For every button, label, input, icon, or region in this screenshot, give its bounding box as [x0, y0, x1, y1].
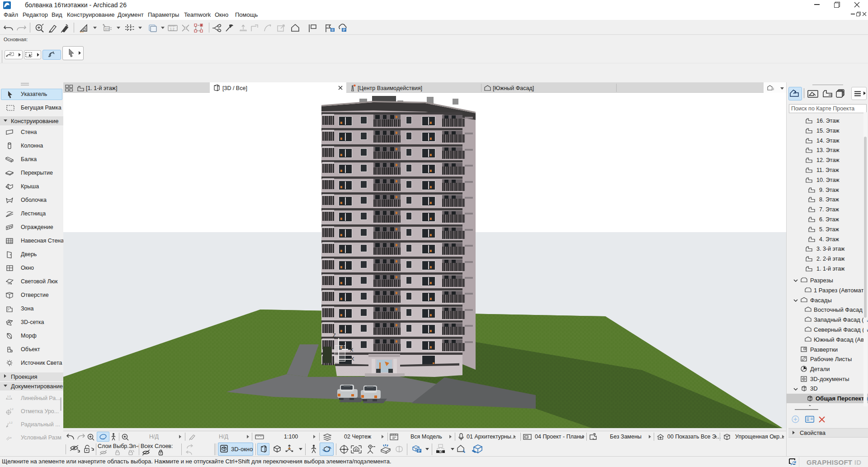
svg-text:1 2: 1 2 [170, 28, 175, 31]
svg-text:1.2: 1.2 [9, 421, 13, 424]
svg-text:α: α [10, 436, 12, 439]
svg-text:XY: XY [105, 28, 109, 31]
svg-text:1.2: 1.2 [7, 395, 11, 398]
svg-text:1.2: 1.2 [10, 408, 14, 410]
